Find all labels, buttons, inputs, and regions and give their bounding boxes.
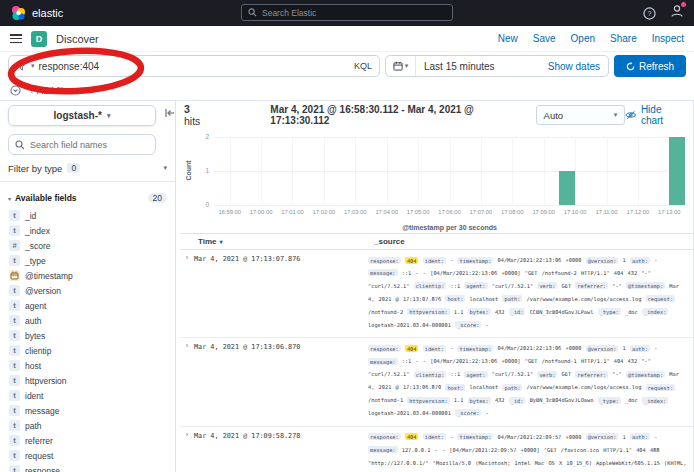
expand-doc-icon[interactable]: › bbox=[180, 427, 194, 472]
field-label: agent bbox=[25, 301, 46, 311]
field-search-input[interactable]: Search field names bbox=[8, 134, 156, 155]
field-item-response[interactable]: tresponse bbox=[8, 463, 167, 472]
column-header-time[interactable]: Time ▾ bbox=[186, 237, 374, 246]
expand-doc-icon[interactable]: › bbox=[180, 338, 194, 425]
field-item-host[interactable]: thost bbox=[8, 358, 167, 373]
field-item-_type[interactable]: t_type bbox=[8, 253, 167, 268]
x-tick-label: 17:00:00 bbox=[250, 209, 273, 215]
field-name-badge: ident: bbox=[423, 345, 446, 352]
page-title: Discover bbox=[56, 33, 99, 45]
action-share[interactable]: Share bbox=[610, 33, 637, 44]
histogram-bar[interactable] bbox=[559, 171, 575, 205]
action-save[interactable]: Save bbox=[533, 33, 556, 44]
gridline bbox=[214, 137, 685, 138]
query-text[interactable]: response:404 bbox=[39, 61, 100, 72]
doc-source: response: 404 ident: - timestamp: 04/Mar… bbox=[368, 338, 693, 425]
brand-name: elastic bbox=[32, 7, 63, 19]
field-item-ident[interactable]: tident bbox=[8, 388, 167, 403]
field-item-_id[interactable]: t_id bbox=[8, 208, 167, 223]
show-dates-button[interactable]: Show dates bbox=[548, 61, 608, 72]
refresh-button[interactable]: Refresh bbox=[614, 55, 686, 77]
hide-chart-button[interactable]: Hide chart bbox=[625, 104, 685, 126]
menu-icon[interactable] bbox=[10, 34, 22, 43]
action-open[interactable]: Open bbox=[571, 33, 595, 44]
x-tick-label: 17:11:00 bbox=[595, 209, 617, 215]
available-fields-count: 20 bbox=[148, 193, 167, 203]
global-search-input[interactable]: Search Elastic bbox=[241, 4, 453, 21]
expand-doc-icon[interactable]: › bbox=[180, 250, 194, 337]
field-name-badge: bytes: bbox=[468, 308, 491, 315]
field-item-referrer[interactable]: treferrer bbox=[8, 433, 167, 448]
gridline bbox=[214, 171, 685, 172]
field-name-badge: response: bbox=[368, 257, 401, 264]
doc-time: Mar 4, 2021 @ 17:09:58.278 bbox=[194, 427, 368, 472]
available-fields-header[interactable]: ▾ Available fields 20 bbox=[8, 191, 167, 205]
field-label: auth bbox=[25, 316, 42, 326]
x-tick-label: 17:05:00 bbox=[407, 209, 430, 215]
field-item-auth[interactable]: tauth bbox=[8, 313, 167, 328]
svg-text:?: ? bbox=[647, 9, 651, 18]
field-name-badge: agent: bbox=[464, 282, 487, 289]
string-field-icon: t bbox=[9, 420, 20, 431]
field-name-badge: host: bbox=[445, 295, 465, 302]
chevron-down-icon[interactable]: ▾ bbox=[31, 62, 35, 70]
y-tick-label: 1 bbox=[205, 167, 209, 174]
field-item-path[interactable]: tpath bbox=[8, 418, 167, 433]
collapse-sidebar-icon[interactable] bbox=[164, 107, 176, 119]
field-label: host bbox=[25, 361, 41, 371]
field-item-agent[interactable]: tagent bbox=[8, 298, 167, 313]
string-field-icon: t bbox=[9, 435, 20, 446]
field-item-httpversion[interactable]: thttpversion bbox=[8, 373, 167, 388]
time-range-display[interactable]: Last 15 minutes bbox=[416, 61, 495, 72]
query-input[interactable]: ▾ response:404 KQL bbox=[8, 55, 380, 77]
x-tick-label: 17:03:00 bbox=[344, 209, 367, 215]
user-avatar-icon[interactable] bbox=[670, 4, 684, 22]
field-item-clientip[interactable]: tclientip bbox=[8, 343, 167, 358]
field-name-badge: response: bbox=[368, 433, 401, 440]
action-new[interactable]: New bbox=[498, 33, 518, 44]
x-tick-label: 17:08:00 bbox=[501, 209, 524, 215]
x-tick-label: 17:01:00 bbox=[281, 209, 304, 215]
field-name-badge: timestamp: bbox=[457, 433, 493, 440]
add-filter-button[interactable]: + Add filter bbox=[29, 85, 74, 96]
date-picker-calendar-button[interactable]: ▾ bbox=[386, 56, 416, 76]
top-navigation: elastic Search Elastic ? bbox=[0, 0, 694, 26]
histogram-plot-area: 16:59:0017:00:0017:01:0017:02:0017:03:00… bbox=[214, 137, 685, 205]
field-item-request[interactable]: trequest bbox=[8, 448, 167, 463]
string-field-icon: t bbox=[9, 300, 20, 311]
filter-options-icon[interactable] bbox=[10, 85, 21, 96]
calendar-icon bbox=[393, 61, 403, 71]
string-field-icon: t bbox=[9, 255, 20, 266]
x-tick-label: 17:12:00 bbox=[627, 209, 650, 215]
field-name-badge: ident: bbox=[423, 257, 446, 264]
filter-by-type[interactable]: Filter by type 0 ▾ bbox=[0, 162, 175, 182]
field-name-badge: _score: bbox=[455, 409, 481, 416]
table-row: ›Mar 4, 2021 @ 17:09:58.278response: 404… bbox=[180, 427, 693, 472]
field-item-message[interactable]: tmessage bbox=[8, 403, 167, 418]
field-name-badge: bytes: bbox=[468, 397, 491, 404]
filter-dropdown-icon[interactable] bbox=[16, 62, 27, 71]
index-pattern-selector[interactable]: logstash-* ▾ bbox=[8, 105, 156, 126]
chevron-down-icon: ▾ bbox=[8, 195, 11, 202]
field-name-badge: _id: bbox=[509, 397, 526, 404]
query-language-toggle[interactable]: KQL bbox=[354, 61, 372, 71]
highlighted-value: 404 bbox=[405, 257, 419, 264]
field-item-@timestamp[interactable]: @timestamp bbox=[8, 268, 167, 283]
x-tick-label: 17:04:00 bbox=[375, 209, 398, 215]
field-name-badge: path: bbox=[502, 384, 522, 391]
field-item-@version[interactable]: t@version bbox=[8, 283, 167, 298]
histogram-bar[interactable] bbox=[669, 137, 685, 205]
help-icon[interactable]: ? bbox=[643, 7, 656, 20]
action-inspect[interactable]: Inspect bbox=[652, 33, 684, 44]
doc-source: response: 404 ident: - timestamp: 04/Mar… bbox=[368, 250, 693, 337]
field-name-badge: timestamp: bbox=[457, 257, 493, 264]
elastic-logo bbox=[10, 5, 26, 21]
field-name-badge: _index: bbox=[642, 308, 668, 315]
interval-select[interactable]: Auto ▾ bbox=[536, 105, 626, 125]
field-name-badge: message: bbox=[368, 269, 398, 276]
string-field-icon: t bbox=[9, 375, 20, 386]
field-item-bytes[interactable]: tbytes bbox=[8, 328, 167, 343]
field-item-_index[interactable]: t_index bbox=[8, 223, 167, 238]
x-tick-label: 17:13:00 bbox=[658, 209, 681, 215]
field-item-_score[interactable]: #_score bbox=[8, 238, 167, 253]
